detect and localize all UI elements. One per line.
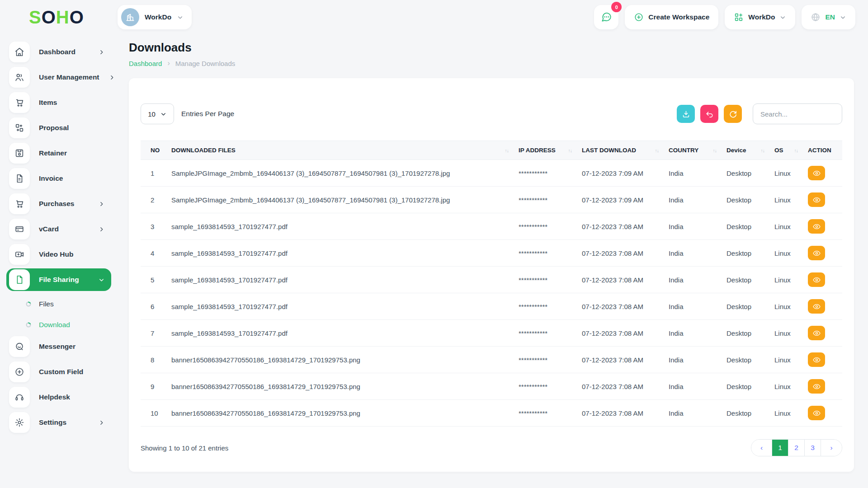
view-download-button[interactable] xyxy=(808,246,825,260)
sidebar-item-label: Purchases xyxy=(39,200,74,208)
sidebar-item-label: Proposal xyxy=(39,124,69,132)
sidebar-item-label: vCard xyxy=(39,225,59,233)
sort-icon[interactable]: ↑↓ xyxy=(713,148,717,153)
page-title: Downloads xyxy=(129,41,854,55)
cell-no: 3 xyxy=(141,213,167,240)
cell-action xyxy=(803,347,842,373)
sidebar-item-retainer[interactable]: Retainer xyxy=(6,142,111,164)
cell-country: India xyxy=(664,240,722,267)
sidebar-item-vcard[interactable]: vCard xyxy=(6,218,111,240)
cell-last_download: 07-12-2023 7:08 AM xyxy=(577,373,664,400)
cell-os: Linux xyxy=(770,187,803,213)
search-input[interactable] xyxy=(753,103,842,124)
cell-last_download: 07-12-2023 7:08 AM xyxy=(577,267,664,293)
view-download-button[interactable] xyxy=(808,219,825,234)
sort-icon[interactable]: ↑↓ xyxy=(655,148,659,153)
sidebar-item-proposal[interactable]: Proposal xyxy=(6,117,111,139)
breadcrumb-current: Manage Downloads xyxy=(175,60,236,67)
sidebar-item-helpdesk[interactable]: Helpdesk xyxy=(6,386,111,408)
sidebar-item-purchases[interactable]: Purchases xyxy=(6,192,111,215)
cell-last_download: 07-12-2023 7:09 AM xyxy=(577,160,664,187)
eye-icon xyxy=(812,409,821,418)
cell-ip: *********** xyxy=(514,240,577,267)
pagination-prev-button[interactable]: ‹ xyxy=(751,440,772,456)
sidebar-item-dashboard[interactable]: Dashboard xyxy=(6,41,111,63)
table-controls: 10 Entries Per Page xyxy=(141,103,842,124)
refresh-button[interactable] xyxy=(724,105,742,123)
sidebar-item-user-management[interactable]: User Management xyxy=(6,66,111,89)
cell-device: Desktop xyxy=(722,267,770,293)
chat-bubble-icon xyxy=(600,11,612,23)
view-download-button[interactable] xyxy=(808,299,825,314)
view-download-button[interactable] xyxy=(808,326,825,340)
eye-icon xyxy=(812,276,821,284)
view-download-button[interactable] xyxy=(808,166,825,180)
breadcrumb: Dashboard › Manage Downloads xyxy=(129,59,854,67)
cell-device: Desktop xyxy=(722,320,770,347)
soho-logo: SOHO xyxy=(0,8,118,26)
cell-country: India xyxy=(664,320,722,347)
view-download-button[interactable] xyxy=(808,272,825,287)
cell-device: Desktop xyxy=(722,187,770,213)
cell-device: Desktop xyxy=(722,160,770,187)
cell-ip: *********** xyxy=(514,400,577,427)
messages-badge: 0 xyxy=(611,2,622,12)
pagination-page-2[interactable]: 2 xyxy=(788,440,805,456)
table-row: 1SampleJPGImage_2mbmb_1694406137 (3)_169… xyxy=(141,160,842,187)
cell-no: 7 xyxy=(141,320,167,347)
messages-button[interactable]: 0 xyxy=(594,5,618,29)
sidebar-item-messenger[interactable]: Messenger xyxy=(6,335,111,358)
column-header-country[interactable]: COUNTRY↑↓ xyxy=(664,141,722,160)
sidebar-item-custom-field[interactable]: Custom Field xyxy=(6,361,111,383)
sidebar-subitem-files[interactable]: Files xyxy=(6,294,111,314)
export-download-button[interactable] xyxy=(677,105,695,123)
sort-icon[interactable]: ↑↓ xyxy=(761,148,765,153)
reset-button[interactable] xyxy=(700,105,718,123)
sidebar-item-items[interactable]: Items xyxy=(6,91,111,114)
app-switcher-button[interactable]: WorkDo xyxy=(725,5,795,29)
breadcrumb-dashboard-link[interactable]: Dashboard xyxy=(129,60,162,67)
cell-country: India xyxy=(664,347,722,373)
sidebar-item-video-hub[interactable]: Video Hub xyxy=(6,243,111,266)
table-footer: Showing 1 to 10 of 21 entries ‹123› xyxy=(141,439,842,456)
entries-per-page-value: 10 xyxy=(148,110,156,118)
cell-action xyxy=(803,160,842,187)
sidebar-item-label: Retainer xyxy=(39,149,67,157)
create-workspace-button[interactable]: Create Workspace xyxy=(625,5,718,29)
view-download-button[interactable] xyxy=(808,352,825,367)
column-header-device[interactable]: Device↑↓ xyxy=(722,141,770,160)
view-download-button[interactable] xyxy=(808,379,825,394)
sidebar-item-file-sharing[interactable]: File Sharing xyxy=(6,268,111,291)
cell-no: 2 xyxy=(141,187,167,213)
column-header-ip-address[interactable]: IP ADDRESS↑↓ xyxy=(514,141,577,160)
cart-icon xyxy=(9,92,30,113)
cell-os: Linux xyxy=(770,267,803,293)
sort-icon[interactable]: ↑↓ xyxy=(505,148,509,153)
pagination-next-button[interactable]: › xyxy=(821,440,842,456)
workspace-selector[interactable]: WorkDo xyxy=(118,5,192,29)
sidebar-item-label: Items xyxy=(39,99,57,107)
logo-letter: H xyxy=(56,8,70,26)
sidebar-subitem-download[interactable]: Download xyxy=(6,314,111,335)
sidebar-item-settings[interactable]: Settings xyxy=(6,411,111,434)
entries-per-page-select[interactable]: 10 xyxy=(141,103,174,124)
entries-per-page-label: Entries Per Page xyxy=(181,110,234,118)
sort-icon[interactable]: ↑↓ xyxy=(794,148,798,153)
sidebar-item-label: Messenger xyxy=(39,343,75,351)
table-row: 5sample_1693814593_1701927477.pdf*******… xyxy=(141,267,842,293)
cell-ip: *********** xyxy=(514,373,577,400)
column-header-downloaded-files[interactable]: DOWNLOADED FILES↑↓ xyxy=(167,141,514,160)
users-icon xyxy=(9,67,30,88)
view-download-button[interactable] xyxy=(808,192,825,207)
column-header-last-download[interactable]: LAST DOWNLOAD↑↓ xyxy=(577,141,664,160)
workspace-avatar xyxy=(121,8,139,26)
sort-icon[interactable]: ↑↓ xyxy=(568,148,572,153)
language-selector[interactable]: EN xyxy=(802,5,855,29)
pagination-page-1[interactable]: 1 xyxy=(772,440,788,456)
pagination-page-3[interactable]: 3 xyxy=(805,440,821,456)
cell-last_download: 07-12-2023 7:09 AM xyxy=(577,187,664,213)
sidebar-item-invoice[interactable]: Invoice xyxy=(6,167,111,190)
column-header-os[interactable]: OS↑↓ xyxy=(770,141,803,160)
view-download-button[interactable] xyxy=(808,406,825,420)
cell-no: 4 xyxy=(141,240,167,267)
